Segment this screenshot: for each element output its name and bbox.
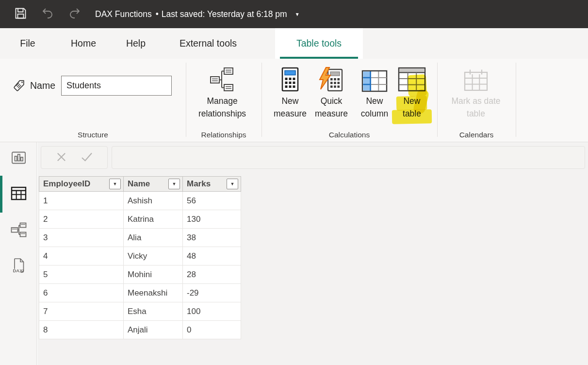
table-cell[interactable]: Mohini	[124, 265, 183, 284]
table-cell[interactable]: 5	[39, 265, 124, 284]
column-header-label: Marks	[187, 179, 211, 189]
column-header-label: Name	[128, 179, 150, 189]
table-cell[interactable]: 7	[39, 302, 124, 321]
table-cell[interactable]: 2	[39, 210, 124, 229]
table-cell[interactable]: Meenakshi	[124, 284, 183, 302]
sidebar-item-report-view[interactable]	[0, 144, 37, 173]
document-title: DAX Functions	[95, 9, 152, 19]
tab-file[interactable]: File	[7, 28, 49, 59]
tab-home[interactable]: Home	[60, 28, 107, 59]
table-cell[interactable]: Vicky	[124, 247, 183, 265]
table-cell[interactable]: -29	[183, 284, 241, 302]
table-row[interactable]: 1Ashish56	[39, 192, 241, 210]
name-field-label: Name	[30, 80, 55, 91]
table-cell[interactable]: 3	[39, 229, 124, 247]
table-row[interactable]: 6Meenakshi-29	[39, 284, 241, 302]
new-measure-icon	[280, 65, 300, 92]
new-table-button[interactable]: New table	[395, 65, 428, 120]
table-cell[interactable]: 4	[39, 247, 124, 265]
commit-formula-button[interactable]	[81, 151, 93, 164]
table-cell[interactable]: 48	[183, 247, 241, 265]
table-cell[interactable]: 6	[39, 284, 124, 302]
yellow-highlight-annotation	[396, 96, 427, 111]
table-row[interactable]: 5Mohini28	[39, 265, 241, 284]
calendar-icon	[463, 65, 489, 92]
tab-help[interactable]: Help	[113, 28, 159, 59]
table-cell[interactable]: 38	[183, 229, 241, 247]
ribbon: Name Structure Manage relationships Rela…	[0, 59, 588, 142]
button-label: New measure	[270, 95, 310, 120]
table-cell[interactable]: Ashish	[124, 192, 183, 210]
manage-relationships-button[interactable]: Manage relationships	[184, 65, 260, 120]
tab-external-tools[interactable]: External tools	[162, 28, 254, 59]
table-name-input[interactable]	[61, 76, 172, 96]
column-filter-dropdown[interactable]: ▼	[168, 179, 180, 189]
table-row[interactable]: 7Esha100	[39, 302, 241, 321]
table-cell[interactable]: 1	[39, 192, 124, 210]
group-label-calculations: Calculations	[261, 131, 437, 139]
undo-button[interactable]	[38, 4, 57, 24]
sidebar-item-dax-query-view[interactable]: DAX	[0, 252, 37, 281]
formula-bar-input[interactable]	[112, 146, 585, 169]
model-view-icon	[11, 222, 27, 239]
column-filter-dropdown[interactable]: ▼	[109, 179, 121, 189]
table-row[interactable]: 4Vicky48	[39, 247, 241, 265]
quick-measure-button[interactable]: Quick measure	[310, 65, 353, 120]
table-cell[interactable]: 28	[183, 265, 241, 284]
table-row[interactable]: 2Katrina130	[39, 210, 241, 229]
titlebar: DAX Functions • Last saved: Yesterday at…	[0, 0, 588, 28]
table-cell[interactable]: Alia	[124, 229, 183, 247]
save-button[interactable]	[11, 4, 30, 24]
column-filter-dropdown[interactable]: ▼	[227, 179, 238, 189]
table-cell[interactable]: Katrina	[124, 210, 183, 229]
chevron-down-icon: ▼	[295, 12, 300, 17]
table-header-row: EmployeeID ▼ Name ▼ Marks ▼	[39, 176, 241, 192]
chevron-down-icon: ▼	[172, 182, 177, 186]
redo-button[interactable]	[65, 4, 84, 24]
button-label: Manage relationships	[184, 95, 260, 120]
chevron-down-icon: ▼	[113, 182, 117, 186]
data-table: EmployeeID ▼ Name ▼ Marks ▼ 1Ashish562Ka…	[39, 176, 241, 339]
dax-query-icon: DAX	[11, 258, 26, 275]
table-row[interactable]: 8Anjali0	[39, 321, 241, 339]
table-cell[interactable]: Esha	[124, 302, 183, 321]
sidebar-item-table-view[interactable]	[0, 180, 37, 209]
new-measure-button[interactable]: New measure	[270, 65, 310, 120]
column-header-name[interactable]: Name ▼	[124, 176, 183, 192]
column-header-label: EmployeeID	[43, 179, 90, 189]
group-divider	[437, 63, 438, 137]
table-row[interactable]: 3Alia38	[39, 229, 241, 247]
column-header-marks[interactable]: Marks ▼	[183, 176, 241, 192]
table-cell[interactable]: 8	[39, 321, 124, 339]
new-column-button[interactable]: New column	[354, 65, 395, 120]
table-cell[interactable]: 100	[183, 302, 241, 321]
button-label: Quick measure	[310, 95, 353, 120]
data-view-canvas: EmployeeID ▼ Name ▼ Marks ▼ 1Ashish562Ka…	[37, 142, 588, 365]
table-cell[interactable]: 130	[183, 210, 241, 229]
view-switcher-sidebar: DAX	[0, 142, 37, 365]
document-title-menu[interactable]: DAX Functions • Last saved: Yesterday at…	[95, 9, 300, 19]
yellow-highlight-annotation	[392, 109, 432, 124]
checkmark-icon	[81, 151, 93, 164]
tab-table-tools[interactable]: Table tools	[275, 28, 363, 59]
save-icon	[14, 7, 27, 21]
table-cell[interactable]: 56	[183, 192, 241, 210]
table-cell[interactable]: Anjali	[124, 321, 183, 339]
button-label: Mark as date table	[444, 95, 507, 120]
formula-bar-actions	[41, 146, 108, 169]
structure-group: Name	[13, 75, 172, 97]
manage-relationships-icon	[210, 65, 235, 92]
table-body: 1Ashish562Katrina1303Alia384Vicky485Mohi…	[39, 192, 241, 339]
tag-icon	[13, 79, 26, 92]
last-saved-text: Last saved: Yesterday at 6:18 pm	[162, 9, 287, 19]
table-cell[interactable]: 0	[183, 321, 241, 339]
quick-measure-icon	[318, 65, 344, 92]
cancel-icon	[56, 151, 67, 164]
sidebar-item-model-view[interactable]	[0, 216, 37, 245]
group-label-calendars: Calendars	[437, 131, 516, 139]
ribbon-tab-bar: File Home Help External tools Table tool…	[0, 28, 588, 59]
cancel-formula-button[interactable]	[56, 151, 67, 164]
column-header-employeeid[interactable]: EmployeeID ▼	[39, 176, 124, 192]
powerbi-desktop-window: DAX Functions • Last saved: Yesterday at…	[0, 0, 588, 365]
group-divider	[261, 63, 262, 137]
